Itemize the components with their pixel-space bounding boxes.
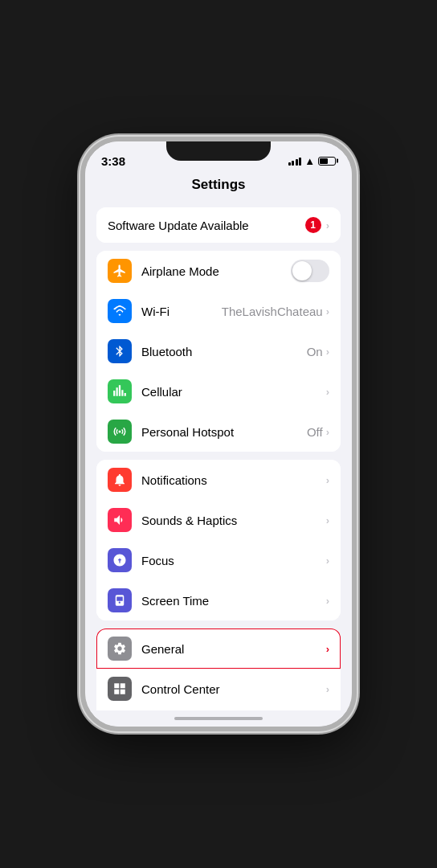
status-icons: ▲: [288, 155, 336, 167]
settings-group: General › Control Center › A: [96, 628, 341, 710]
control-center-chevron: ›: [326, 683, 329, 695]
notch: [166, 141, 271, 161]
list-item-notifications[interactable]: Notifications ›: [96, 460, 341, 500]
page-header: Settings: [85, 174, 352, 199]
list-item-cellular[interactable]: Cellular ›: [96, 371, 341, 411]
mute-button[interactable]: [80, 206, 82, 228]
signal-bar-2: [292, 161, 294, 166]
wifi-value: TheLavishChateau: [222, 305, 323, 318]
screen-time-icon: [108, 588, 132, 612]
status-time: 3:38: [101, 154, 125, 168]
control-center-icon: [108, 677, 132, 701]
cellular-icon: [108, 379, 132, 403]
airplane-mode-icon: [108, 259, 132, 283]
airplane-mode-toggle-knob: [292, 261, 312, 280]
home-bar: [174, 717, 263, 720]
update-badge: 1: [305, 217, 321, 233]
hotspot-value: Off: [307, 425, 323, 439]
airplane-mode-label: Airplane Mode: [141, 264, 291, 278]
volume-down-button[interactable]: [80, 288, 82, 328]
gap-top: [85, 199, 352, 207]
screen-time-chevron: ›: [326, 595, 329, 607]
sounds-chevron: ›: [326, 514, 329, 526]
list-item-control-center[interactable]: Control Center ›: [96, 669, 341, 709]
bluetooth-chevron: ›: [326, 346, 329, 358]
signal-bar-3: [296, 159, 298, 166]
focus-icon: [108, 548, 132, 572]
notifications-label: Notifications: [141, 473, 326, 487]
list-item-personal-hotspot[interactable]: Personal Hotspot Off ›: [96, 411, 341, 452]
wifi-icon: ▲: [304, 155, 315, 167]
list-item-wifi[interactable]: Wi-Fi TheLavishChateau ›: [96, 291, 341, 331]
software-update-chevron: ›: [326, 219, 329, 231]
list-item-sounds[interactable]: Sounds & Haptics ›: [96, 500, 341, 540]
settings-content[interactable]: Software Update Available 1 › Airplane M…: [85, 199, 352, 710]
notifications-group: Notifications › Sounds & Haptics ›: [96, 460, 341, 620]
battery-fill: [320, 158, 328, 164]
control-center-label: Control Center: [141, 682, 326, 696]
general-icon: [108, 637, 132, 661]
general-label: General: [141, 642, 326, 656]
software-update-label: Software Update Available: [108, 219, 305, 232]
hotspot-icon: [108, 420, 132, 444]
wifi-chevron: ›: [326, 305, 329, 317]
screen-time-label: Screen Time: [141, 594, 326, 608]
volume-up-button[interactable]: [80, 238, 82, 278]
gap-notifications: [85, 452, 352, 460]
bluetooth-label: Bluetooth: [141, 345, 307, 358]
hotspot-label: Personal Hotspot: [141, 425, 307, 439]
notifications-icon: [108, 468, 132, 492]
bluetooth-value: On: [307, 345, 323, 358]
list-item-focus[interactable]: Focus ›: [96, 540, 341, 580]
notifications-chevron: ›: [326, 474, 329, 486]
signal-icon: [288, 156, 302, 166]
software-update-item[interactable]: Software Update Available 1 ›: [96, 207, 341, 243]
screen: 3:38 ▲ Settings: [85, 141, 352, 727]
list-item-bluetooth[interactable]: Bluetooth On ›: [96, 331, 341, 371]
bluetooth-icon: [108, 339, 132, 363]
wifi-label: Wi-Fi: [141, 305, 222, 318]
page-title: Settings: [191, 177, 245, 192]
hotspot-chevron: ›: [326, 426, 329, 438]
power-button[interactable]: [355, 238, 357, 294]
gap-connectivity: [85, 243, 352, 251]
focus-chevron: ›: [326, 555, 329, 567]
general-chevron: ›: [326, 643, 329, 655]
wifi-settings-icon: [108, 299, 132, 323]
sounds-label: Sounds & Haptics: [141, 514, 326, 527]
list-item-screen-time[interactable]: Screen Time ›: [96, 580, 341, 620]
gap-settings: [85, 620, 352, 628]
list-item-airplane-mode[interactable]: Airplane Mode: [96, 251, 341, 291]
connectivity-group: Airplane Mode Wi-Fi TheLavishChateau ›: [96, 251, 341, 452]
software-update-group: Software Update Available 1 ›: [96, 207, 341, 243]
list-item-general[interactable]: General ›: [96, 628, 341, 669]
focus-label: Focus: [141, 554, 326, 567]
cellular-chevron: ›: [326, 386, 329, 398]
signal-bar-1: [288, 162, 291, 166]
cellular-label: Cellular: [141, 385, 326, 399]
phone-frame: 3:38 ▲ Settings: [80, 137, 357, 731]
list-item-display-brightness[interactable]: AA Display & Brightness ›: [96, 709, 341, 710]
svg-point-0: [119, 431, 121, 433]
home-indicator[interactable]: [85, 710, 352, 727]
signal-bar-4: [299, 158, 301, 166]
battery-icon: [318, 157, 336, 166]
sounds-icon: [108, 508, 132, 532]
airplane-mode-toggle[interactable]: [291, 260, 329, 282]
